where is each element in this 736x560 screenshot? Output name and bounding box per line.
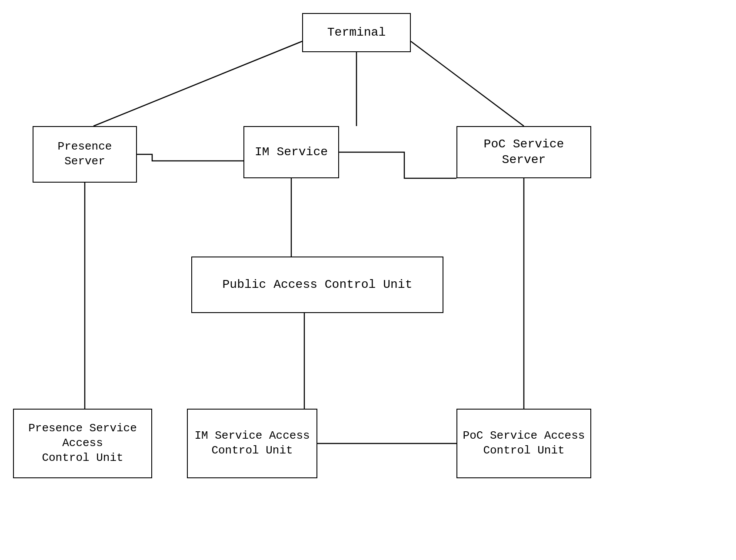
presence-service-acu-box: Presence Service AccessControl Unit bbox=[13, 409, 152, 478]
poc-service-acu-box: PoC Service AccessControl Unit bbox=[456, 409, 591, 478]
public-access-box: Public Access Control Unit bbox=[191, 257, 443, 313]
terminal-label: Terminal bbox=[327, 25, 386, 40]
diagram: Terminal PresenceServer IM Service PoC S… bbox=[0, 0, 736, 560]
terminal-box: Terminal bbox=[302, 13, 411, 52]
im-service-label: IM Service bbox=[255, 144, 328, 160]
poc-service-server-box: PoC Service Server bbox=[456, 126, 591, 178]
public-access-label: Public Access Control Unit bbox=[223, 277, 413, 293]
svg-line-1 bbox=[93, 41, 302, 126]
presence-service-acu-label: Presence Service AccessControl Unit bbox=[18, 421, 147, 465]
poc-service-acu-label: PoC Service AccessControl Unit bbox=[463, 429, 585, 458]
im-service-acu-label: IM Service AccessControl Unit bbox=[194, 429, 310, 458]
presence-server-label: PresenceServer bbox=[58, 140, 112, 169]
svg-line-2 bbox=[411, 41, 524, 126]
poc-service-server-label: PoC Service Server bbox=[462, 137, 586, 168]
presence-server-box: PresenceServer bbox=[33, 126, 137, 183]
im-service-acu-box: IM Service AccessControl Unit bbox=[187, 409, 317, 478]
im-service-box: IM Service bbox=[243, 126, 339, 178]
